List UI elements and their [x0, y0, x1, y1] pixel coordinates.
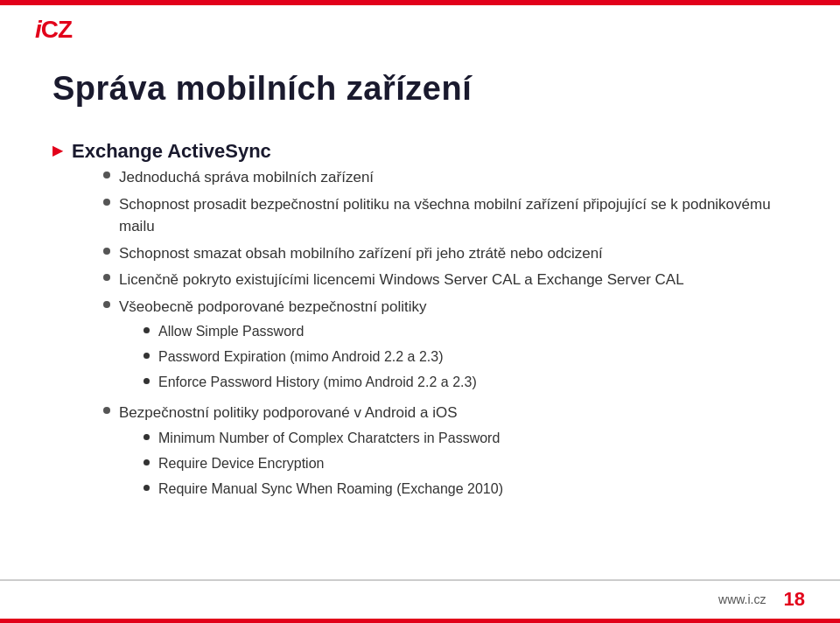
- circle-bullet: [103, 407, 110, 414]
- list-item: Jednoduchá správa mobilních zařízení: [103, 166, 788, 189]
- subsub-item-text: Minimum Number of Complex Charatcters in…: [158, 428, 500, 449]
- section-label: Exchange ActiveSync: [72, 140, 271, 162]
- list-item: Všeobecně podporované bezpečnostní polit…: [103, 296, 788, 398]
- list-item: Allow Simple Password: [144, 321, 477, 342]
- page-title: Správa mobilních zařízení: [52, 70, 472, 108]
- sub-item-text: Bezpečnostní politiky podporované v Andr…: [119, 404, 458, 421]
- sub-item-text: Licenčně pokryto existujícími licencemi …: [119, 269, 684, 291]
- list-item: Bezpečnostní politiky podporované v Andr…: [103, 402, 788, 504]
- filled-bullet: [144, 434, 150, 440]
- section-content: Exchange ActiveSync Jednoduchá správa mo…: [72, 140, 788, 508]
- footer-page-number: 18: [784, 588, 805, 611]
- subsub-item-text: Require Device Encryption: [158, 453, 324, 474]
- list-item: Require Device Encryption: [144, 453, 503, 474]
- subsub-item-text: Require Manual Sync When Roaming (Exchan…: [158, 479, 503, 500]
- sub-item-text: Schopnost prosadit bezpečnostní politiku…: [119, 193, 788, 238]
- bottom-bar: [0, 619, 840, 623]
- section-exchange: ▶ Exchange ActiveSync Jednoduchá správa …: [52, 140, 788, 508]
- logo: i CZ: [35, 16, 72, 44]
- logo-area: i CZ: [35, 16, 72, 44]
- subsub-list: Allow Simple Password Password Expiratio…: [144, 321, 477, 393]
- logo-cz: CZ: [41, 16, 72, 44]
- list-item: Schopnost smazat obsah mobilního zařízen…: [103, 242, 788, 265]
- filled-bullet: [144, 459, 150, 466]
- circle-bullet: [103, 274, 110, 281]
- sub-item-text: Jednoduchá správa mobilních zařízení: [119, 166, 374, 189]
- footer-url: www.i.cz: [718, 592, 766, 606]
- list-item: Enforce Password History (mimo Android 2…: [144, 372, 477, 393]
- subsub-list: Minimum Number of Complex Charatcters in…: [144, 428, 503, 500]
- filled-bullet: [144, 485, 150, 491]
- subsub-item-text: Allow Simple Password: [158, 321, 304, 342]
- sub-item-text: Schopnost smazat obsah mobilního zařízen…: [119, 242, 603, 265]
- list-item: Require Manual Sync When Roaming (Exchan…: [144, 479, 503, 500]
- footer: www.i.cz 18: [0, 579, 840, 611]
- sub-item-with-children: Bezpečnostní politiky podporované v Andr…: [119, 402, 503, 504]
- list-item: Minimum Number of Complex Charatcters in…: [144, 428, 503, 449]
- triangle-bullet: ▶: [52, 142, 63, 158]
- subsub-item-text: Enforce Password History (mimo Android 2…: [158, 372, 477, 393]
- filled-bullet: [144, 353, 150, 359]
- filled-bullet: [144, 378, 150, 384]
- circle-bullet: [103, 172, 110, 178]
- list-item: Password Expiration (mimo Android 2.2 a …: [144, 346, 477, 368]
- circle-bullet: [103, 301, 110, 308]
- filled-bullet: [144, 327, 150, 333]
- main-content: ▶ Exchange ActiveSync Jednoduchá správa …: [52, 140, 788, 570]
- list-item: Schopnost prosadit bezpečnostní politiku…: [103, 193, 788, 238]
- list-item: Licenčně pokryto existujícími licencemi …: [103, 269, 788, 291]
- subsub-item-text: Password Expiration (mimo Android 2.2 a …: [158, 346, 443, 368]
- sub-item-text: Všeobecně podporované bezpečnostní polit…: [119, 298, 427, 315]
- circle-bullet: [103, 199, 110, 206]
- logo-i: i: [35, 16, 41, 44]
- sub-item-with-children: Všeobecně podporované bezpečnostní polit…: [119, 296, 477, 398]
- top-bar: [0, 0, 840, 5]
- sub-list: Jednoduchá správa mobilních zařízení Sch…: [103, 166, 788, 504]
- circle-bullet: [103, 248, 110, 255]
